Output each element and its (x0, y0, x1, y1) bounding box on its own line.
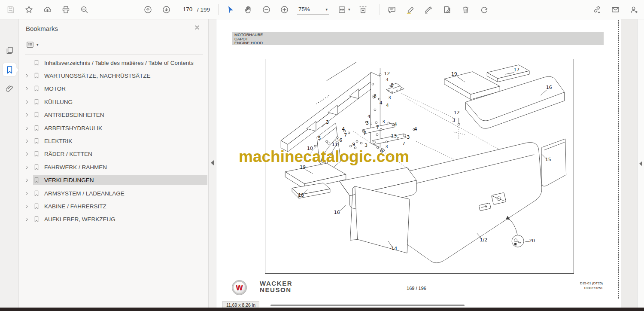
mail-icon (611, 5, 620, 14)
rotate-button[interactable] (479, 4, 489, 15)
exploded-parts-diagram: 1238334434334744771335693113710919171612… (265, 59, 574, 274)
toolbar-file-group (5, 0, 89, 19)
expand-right-panel-handle[interactable] (639, 161, 642, 166)
zoom-in-icon (280, 5, 289, 14)
zoom-out-button[interactable] (261, 4, 271, 15)
bookmark-item-selected[interactable]: VERKLEIDUNGEN (19, 174, 207, 187)
watermark-text: machinecatalogic.com (239, 148, 409, 166)
bookmark-item[interactable]: MOTOR (19, 82, 207, 95)
chevron-right-icon[interactable] (24, 125, 30, 131)
previous-page-button[interactable] (143, 4, 153, 15)
toolbar-separator (380, 4, 380, 15)
chevron-right-icon[interactable] (24, 203, 30, 210)
right-panel-strip (637, 19, 644, 308)
share-upload-button[interactable] (42, 4, 52, 15)
add-person-button[interactable] (629, 4, 639, 15)
part-callout: 3 (366, 120, 369, 126)
toolbar-separator (218, 4, 219, 15)
zoom-level-value: 75% (298, 6, 310, 12)
bookmark-icon (33, 203, 40, 210)
bookmark-item[interactable]: WARTUNGSSÄTZE, NACHRÜSTSÄTZE (19, 69, 207, 82)
chevron-down-icon[interactable]: ▾ (348, 7, 350, 12)
bookmark-item[interactable]: ARMSYSTEM / LADEANLAGE (19, 187, 207, 200)
link-icon (592, 5, 601, 14)
panel-title: Bookmarks (26, 25, 58, 32)
attachments-button[interactable] (3, 82, 16, 95)
page-up-icon (143, 5, 152, 14)
next-page-button[interactable] (161, 4, 171, 15)
trash-icon (461, 5, 470, 14)
chevron-right-icon[interactable] (24, 85, 30, 92)
chevron-right-icon[interactable] (24, 164, 30, 171)
bookmark-item[interactable]: AUFKLEBER, WERKZEUG (19, 213, 207, 226)
bookmarks-options-button[interactable]: ▾ (26, 38, 39, 51)
pdf-viewer-window: / 199 75% ▾ ▾ (0, 0, 644, 311)
part-callout: 20 (529, 238, 535, 244)
bookmark-item[interactable]: RÄDER / KETTEN (19, 148, 207, 161)
bookmark-icon (33, 98, 40, 106)
bookmarks-panel-button[interactable] (3, 63, 16, 76)
select-tool-button[interactable] (225, 4, 235, 15)
part-callout: 1/2 (480, 237, 488, 243)
page-thumbnails-button[interactable] (3, 44, 16, 57)
options-list-icon (26, 40, 34, 49)
add-person-icon (629, 5, 638, 14)
part-callout: 17 (513, 67, 519, 73)
part-callout: 4 (386, 103, 389, 108)
part-callout: 3 (407, 134, 410, 140)
highlight-button[interactable] (405, 4, 415, 15)
star-button[interactable] (24, 4, 34, 15)
part-callout: 3 (374, 93, 377, 99)
page-number-input[interactable] (181, 5, 194, 14)
title-line-en: ENGINE HOOD (234, 41, 604, 46)
bookmark-item[interactable]: FAHRWERK / RAHMEN (19, 161, 207, 174)
horizontal-scrollbar[interactable] (270, 305, 465, 306)
panel-resize-divider[interactable] (209, 19, 216, 308)
zoom-in-button[interactable] (279, 4, 289, 15)
bookmark-item[interactable]: ANTRIEBSEINHEITEN (19, 109, 207, 122)
fill-sign-icon (443, 5, 452, 14)
zoom-level-select[interactable]: 75% ▾ (297, 4, 329, 15)
close-panel-button[interactable] (194, 24, 202, 33)
bookmark-icon (33, 111, 40, 119)
toolbar-nav-group: / 199 (143, 0, 210, 19)
drawing-code: D15-01 (DT25) (517, 281, 603, 286)
bookmark-item-contents[interactable]: Inhaltsverzeichnis / Table des matières … (19, 56, 207, 69)
chevron-right-icon[interactable] (24, 190, 30, 197)
bookmark-item[interactable]: KÜHLUNG (19, 95, 207, 108)
hand-tool-button[interactable] (243, 4, 253, 15)
comment-button[interactable] (386, 4, 397, 15)
save-button[interactable] (5, 4, 15, 15)
delete-page-button[interactable] (460, 4, 471, 15)
bookmark-icon (33, 190, 40, 197)
part-callout: 13 (391, 133, 397, 139)
part-callout: 9 (352, 142, 355, 147)
bookmark-icon (33, 150, 40, 158)
document-view: MOTORHAUBE CAPOT ENGINE HOOD (216, 19, 637, 308)
bookmark-item[interactable]: ELEKTRIK (19, 134, 207, 147)
sign-button[interactable] (423, 4, 434, 15)
chevron-right-icon[interactable] (24, 177, 30, 183)
print-button[interactable] (61, 4, 71, 15)
chevron-right-icon[interactable] (24, 151, 30, 157)
bookmark-item[interactable]: KABINE / FAHRERSITZ (19, 200, 207, 213)
chevron-right-icon[interactable] (24, 99, 30, 105)
chevron-right-icon[interactable] (24, 73, 30, 79)
bookmark-icon (33, 216, 40, 223)
drawing-title-block: MOTORHAUBE CAPOT ENGINE HOOD (232, 32, 604, 45)
chevron-right-icon[interactable] (24, 216, 30, 223)
chevron-right-icon[interactable] (24, 112, 30, 118)
find-button[interactable] (79, 4, 89, 15)
fit-width-button[interactable] (337, 4, 347, 15)
bookmark-item[interactable]: ARBEITSHYDRAULIK (19, 122, 207, 134)
scroll-mode-icon (358, 5, 368, 14)
part-callout: 4 (368, 114, 371, 119)
chevron-right-icon[interactable] (24, 138, 30, 144)
fill-sign-button[interactable] (442, 4, 452, 15)
part-callout: 19 (451, 71, 457, 77)
collapse-panel-handle[interactable] (211, 160, 214, 165)
email-button[interactable] (610, 4, 620, 15)
share-link-button[interactable] (592, 4, 602, 15)
scroll-mode-button[interactable] (358, 4, 368, 15)
part-callout: 4 (414, 126, 417, 132)
